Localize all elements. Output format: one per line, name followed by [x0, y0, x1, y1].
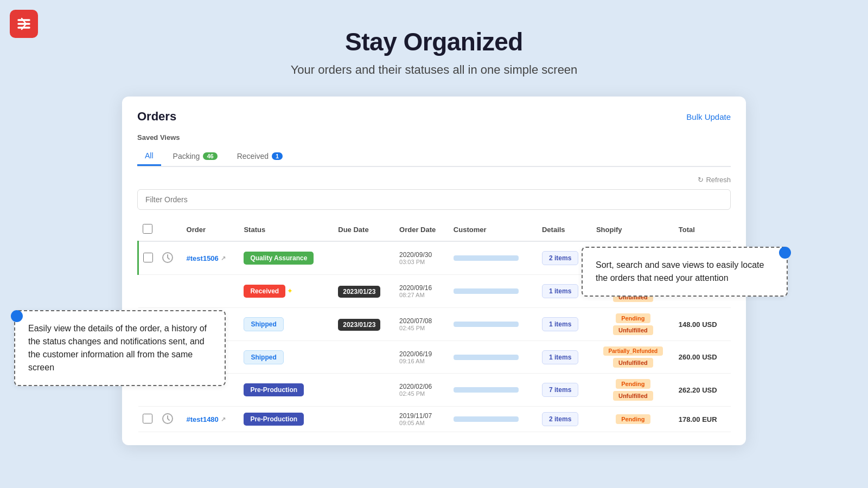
table-row: Shipped2023/01/232020/07/0802:45 PM1 ite…	[138, 308, 731, 341]
row-checkbox-cell	[138, 241, 158, 275]
order-time: 02:45 PM	[399, 390, 445, 397]
col-customer: Customer	[449, 219, 538, 241]
top-bar: ↻ Refresh	[137, 176, 731, 184]
tab-packing[interactable]: Packing 46	[165, 147, 225, 165]
row-checkbox[interactable]	[143, 414, 152, 423]
row-status-cell: Pre-Production	[239, 407, 334, 432]
items-button[interactable]: 1 items	[542, 284, 578, 298]
due-date-tag: 2023/01/23	[338, 319, 380, 331]
col-total: Total	[674, 219, 731, 241]
order-date: 2020/06/19	[399, 350, 445, 358]
customer-bar	[454, 355, 519, 360]
shopify-cell: PendingUnfulfilled	[596, 379, 670, 401]
row-order-date-cell: 2020/09/3003:03 PM	[395, 241, 449, 275]
customer-bar	[454, 255, 519, 261]
row-due-date-cell	[334, 241, 395, 275]
row-status-cell: Pre-Production	[239, 374, 334, 407]
shopify-bottom-badge: Unfulfilled	[613, 325, 653, 335]
page-title: Stay Organized	[0, 27, 868, 56]
refresh-button[interactable]: ↻ Refresh	[698, 176, 731, 184]
row-details-cell: 7 items	[538, 374, 592, 407]
col-details: Details	[538, 219, 592, 241]
shopify-top-badge: Pending	[616, 414, 650, 424]
tab-all[interactable]: All	[137, 147, 161, 166]
table-row: Shipped2020/06/1909:16 AM1 itemsPartiall…	[138, 341, 731, 374]
packing-badge: 46	[203, 152, 217, 160]
row-total-cell: 178.00 EUR	[674, 407, 731, 432]
order-date: 2020/09/16	[399, 284, 445, 292]
items-button[interactable]: 1 items	[542, 317, 578, 331]
bulk-update-button[interactable]: Bulk Update	[686, 112, 731, 121]
order-date: 2020/07/08	[399, 317, 445, 325]
items-button[interactable]: 2 items	[542, 412, 578, 426]
status-badge: Pre-Production	[244, 413, 304, 426]
customer-bar	[454, 416, 519, 422]
tooltip-left: Easily view the details of the order, a …	[14, 310, 226, 386]
external-link-icon: ↗	[221, 416, 226, 423]
col-shopify: Shopify	[592, 219, 674, 241]
clock-icon	[162, 252, 174, 264]
select-all-checkbox[interactable]	[143, 224, 152, 234]
row-status-cell: Received✦	[239, 275, 334, 308]
row-clock-cell	[157, 407, 182, 432]
order-time: 09:05 AM	[399, 420, 445, 426]
row-order-date-cell: 2020/07/0802:45 PM	[395, 308, 449, 341]
status-badge: Quality Assurance	[244, 252, 314, 265]
row-customer-cell	[449, 275, 538, 308]
col-order-date: Order Date	[395, 219, 449, 241]
shopify-bottom-badge: Unfulfilled	[613, 358, 653, 368]
tooltip-left-text: Easily view the details of the order, a …	[28, 324, 207, 372]
saved-views-label: Saved Views	[137, 133, 731, 142]
row-status-cell: Shipped	[239, 308, 334, 341]
row-shopify-cell: Pending	[592, 407, 674, 432]
row-due-date-cell: 2023/01/23	[334, 308, 395, 341]
tab-received[interactable]: Received 1	[229, 147, 291, 165]
table-header-row: Order Status Due Date Order Date Custome…	[138, 219, 731, 241]
col-due-date: Due Date	[334, 219, 395, 241]
order-date: 2019/11/07	[399, 412, 445, 420]
row-checkbox[interactable]	[143, 253, 153, 262]
page-header: Stay Organized Your orders and their sta…	[0, 0, 868, 77]
order-date: 2020/09/30	[399, 251, 445, 259]
row-due-date-cell	[334, 341, 395, 374]
row-details-cell: 1 items	[538, 308, 592, 341]
row-total-cell: 148.00 USD	[674, 308, 731, 341]
row-due-date-cell	[334, 374, 395, 407]
filter-input[interactable]	[137, 189, 731, 210]
order-time: 03:03 PM	[399, 259, 445, 265]
clock-icon	[162, 413, 174, 425]
row-order-cell	[182, 275, 240, 308]
orders-title: Orders	[137, 110, 176, 124]
col-icon	[157, 219, 182, 241]
order-link[interactable]: #test1506 ↗	[187, 254, 235, 262]
status-badge: Shipped	[244, 317, 283, 331]
table-row: #test1480 ↗Pre-Production2019/11/0709:05…	[138, 407, 731, 432]
total-value: 148.00 USD	[679, 320, 717, 329]
status-badge: Shipped	[244, 350, 283, 364]
row-shopify-cell: PendingUnfulfilled	[592, 374, 674, 407]
row-due-date-cell	[334, 407, 395, 432]
row-customer-cell	[449, 308, 538, 341]
items-button[interactable]: 7 items	[542, 383, 578, 397]
tooltip-right-dot	[779, 247, 791, 259]
shopify-bottom-badge: Unfulfilled	[613, 391, 653, 401]
row-details-cell: 1 items	[538, 341, 592, 374]
order-time: 08:27 AM	[399, 292, 445, 298]
order-link[interactable]: #test1480 ↗	[187, 415, 235, 423]
customer-bar	[454, 387, 519, 393]
tooltip-right: Sort, search and save views to easily lo…	[582, 247, 788, 297]
page-subtitle: Your orders and their statuses all in on…	[0, 63, 868, 77]
shopify-cell: PendingUnfulfilled	[596, 313, 670, 335]
status-badge: Received	[244, 285, 285, 298]
row-order-date-cell: 2019/11/0709:05 AM	[395, 407, 449, 432]
table-row: Pre-Production2020/02/0602:45 PM7 itemsP…	[138, 374, 731, 407]
total-value: 260.00 USD	[679, 353, 717, 361]
due-date-tag: 2023/01/23	[338, 286, 380, 298]
row-total-cell: 260.00 USD	[674, 341, 731, 374]
items-button[interactable]: 1 items	[542, 350, 578, 364]
row-shopify-cell: PendingUnfulfilled	[592, 308, 674, 341]
items-button[interactable]: 2 items	[542, 251, 578, 265]
shopify-top-badge: Pending	[616, 313, 650, 323]
order-date: 2020/02/06	[399, 383, 445, 390]
row-due-date-cell: 2023/01/23	[334, 275, 395, 308]
